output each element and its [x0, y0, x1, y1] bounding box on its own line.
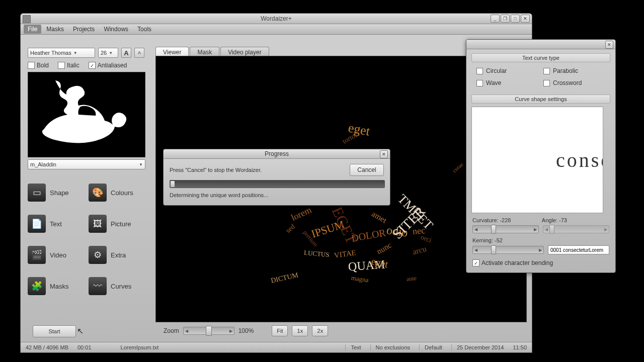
status-date: 25 December 2014: [451, 344, 504, 350]
kerning-value: -52: [495, 237, 503, 243]
left-panel: Heather Thomas▼ 26▼ A A Bold Italic ✓Ant…: [28, 48, 145, 295]
menu-windows[interactable]: Windows: [100, 25, 132, 34]
cancel-button[interactable]: Cancel: [350, 164, 384, 176]
radio-parabolic[interactable]: Parabolic: [543, 67, 605, 74]
cloud-word: sed: [284, 222, 297, 234]
cloud-word: amet: [370, 209, 388, 225]
tool-extra[interactable]: ⚙Extra: [89, 246, 145, 264]
font-size-up-icon[interactable]: A: [121, 48, 131, 58]
curve-panel-close-button[interactable]: ✕: [605, 41, 613, 49]
character-bending-checkbox[interactable]: ✓Activate character bending: [472, 259, 553, 266]
status-clock: 11:50: [513, 344, 527, 350]
menu-projects[interactable]: Projects: [69, 25, 99, 34]
video-icon: 🎬: [28, 246, 46, 264]
zoom-fit-button[interactable]: Fit: [272, 325, 288, 336]
app-icon: [23, 15, 31, 23]
cursor-icon: ↖: [77, 326, 84, 336]
font-family-combo[interactable]: Heather Thomas▼: [28, 48, 95, 58]
zoom-1x-button[interactable]: 1x: [292, 325, 308, 336]
curve-type-title: Text curve type: [471, 53, 610, 62]
tool-shape[interactable]: ▭Shape: [28, 184, 85, 202]
progress-dialog: Progress✕ Press "Cancel" to stop the Wor…: [163, 149, 390, 206]
cloud-word: DICTUM: [270, 271, 299, 285]
start-button[interactable]: Start: [33, 325, 76, 337]
font-size-combo[interactable]: 26▼: [98, 48, 118, 58]
zoom-value: 100%: [238, 327, 254, 334]
status-text: Text: [345, 344, 361, 350]
status-time: 00:01: [77, 344, 92, 350]
curve-panel: ✕ Text curve type Circular Parabolic Wav…: [466, 39, 616, 273]
radio-crossword[interactable]: Crossword: [543, 79, 605, 86]
cloud-word: LUCTUS: [303, 248, 330, 258]
progress-bar: [170, 180, 385, 188]
angle-slider[interactable]: ◀▶: [543, 225, 609, 233]
status-exclusions: No exclusions: [370, 344, 410, 350]
curvature-value: -228: [500, 217, 511, 223]
restore-button[interactable]: ❐: [501, 15, 510, 23]
titlebar[interactable]: Wordaizer+ _ ❐ □ ✕: [21, 14, 532, 24]
text-icon: 📄: [28, 215, 46, 233]
font-family-value: Heather Thomas: [30, 50, 71, 56]
masks-icon: 🧩: [28, 277, 46, 295]
tool-video[interactable]: 🎬Video: [28, 246, 85, 264]
palette-icon: 🎨: [89, 184, 107, 202]
maximize-button[interactable]: □: [511, 15, 520, 23]
kerning-label: Kerning:: [472, 237, 493, 243]
tool-colours[interactable]: 🎨Colours: [89, 184, 145, 202]
menu-file[interactable]: File: [24, 25, 41, 34]
progress-message: Press "Cancel" to stop the Wordaizer.: [170, 167, 262, 173]
cloud-word: magna: [351, 274, 369, 284]
kerning-slider[interactable]: ◀▶: [472, 246, 544, 254]
cloud-word: curae: [451, 161, 464, 173]
cloud-word: arcu: [412, 244, 427, 256]
window-title: Wordaizer+: [261, 14, 291, 24]
lamp-icon: [36, 76, 137, 152]
curve-shape-title: Curve shape settings: [471, 95, 610, 104]
tool-text[interactable]: 📄Text: [28, 215, 85, 233]
antialiased-checkbox[interactable]: ✓Antialiased: [89, 62, 127, 69]
curvature-label: Curvature:: [472, 217, 498, 223]
tool-curves[interactable]: 〰Curves: [89, 277, 145, 295]
curve-shape-preview: conse: [471, 107, 603, 213]
progress-title[interactable]: Progress✕: [164, 149, 390, 159]
cloud-word: nunc: [375, 240, 393, 256]
font-size-value: 26: [101, 50, 107, 56]
zoom-2x-button[interactable]: 2x: [312, 325, 328, 336]
word-input[interactable]: [548, 245, 609, 254]
cloud-word: ante: [406, 275, 417, 283]
zoom-bar: Zoom ◀▶ 100% Fit 1x 2x: [164, 325, 328, 336]
cloud-word: orci: [420, 233, 433, 244]
picture-icon: 🖼: [89, 215, 107, 233]
statusbar: 42 MB / 4096 MB 00:01 LoremIpsum.txt Tex…: [21, 342, 532, 352]
zoom-slider[interactable]: ◀▶: [183, 327, 234, 335]
tool-picture[interactable]: 🖼Picture: [89, 215, 145, 233]
progress-status: Determining the unique word positions...: [170, 192, 384, 198]
radio-circular[interactable]: Circular: [476, 67, 538, 74]
status-memory: 42 MB / 4096 MB: [26, 344, 68, 350]
mask-name-value: m_Aladdin: [30, 161, 56, 167]
mask-name-combo[interactable]: m_Aladdin▼: [28, 159, 145, 169]
radio-wave[interactable]: Wave: [476, 79, 538, 86]
tool-masks[interactable]: 🧩Masks: [28, 277, 85, 295]
italic-checkbox[interactable]: Italic: [58, 62, 79, 69]
status-profile: Default: [419, 344, 442, 350]
bold-checkbox[interactable]: Bold: [28, 62, 49, 69]
angle-label: Angle:: [542, 217, 557, 223]
mask-preview: [28, 72, 145, 157]
curve-panel-titlebar[interactable]: ✕: [466, 40, 615, 49]
cloud-word: tortor: [341, 131, 359, 145]
menubar: File Masks Projects Windows Tools: [21, 24, 532, 35]
cloud-word: DOLOR: [351, 227, 387, 244]
font-size-down-icon[interactable]: A: [134, 48, 144, 58]
curvature-slider[interactable]: ◀▶: [472, 225, 539, 233]
progress-close-button[interactable]: ✕: [380, 150, 388, 158]
extra-icon: ⚙: [89, 246, 107, 264]
cloud-word: lorem: [290, 205, 313, 223]
zoom-label: Zoom: [164, 327, 179, 334]
curves-icon: 〰: [89, 277, 107, 295]
close-button[interactable]: ✕: [521, 15, 530, 23]
menu-masks[interactable]: Masks: [42, 25, 68, 34]
shape-icon: ▭: [28, 184, 46, 202]
minimize-button[interactable]: _: [491, 15, 500, 23]
menu-tools[interactable]: Tools: [133, 25, 155, 34]
